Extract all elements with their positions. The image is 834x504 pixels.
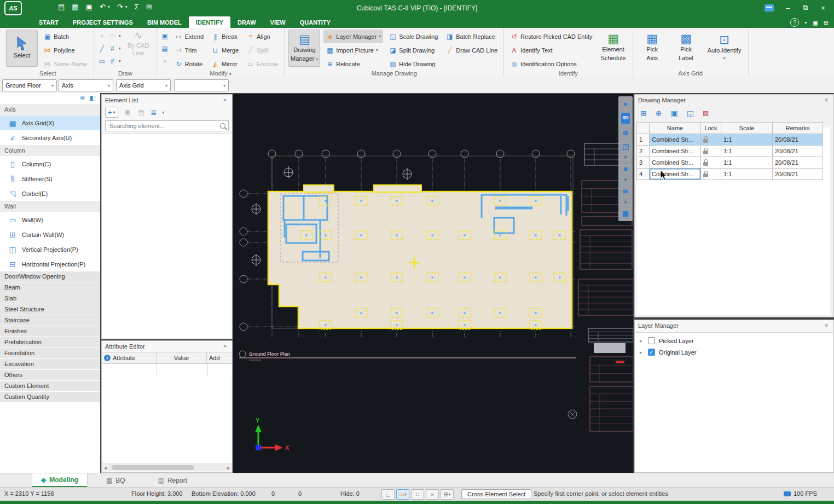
by-cad-line-button[interactable]: By CAD Line (124, 42, 153, 57)
sidebar-category-door-window-opening[interactable]: Door/Window Opening (0, 271, 100, 282)
sidebar-category-foundation[interactable]: Foundation (0, 348, 100, 359)
add-element-button[interactable]: +▾ (105, 107, 118, 118)
window-layout-icon[interactable]: ⊞ (824, 19, 829, 26)
list-view-icon[interactable]: ≣ (80, 94, 85, 104)
identify-text-button[interactable]: AIdentify Text (508, 43, 594, 57)
edit-drawing-icon[interactable]: ◱ (687, 109, 694, 118)
hide-drawing-button[interactable]: ▥Hide Drawing (386, 57, 440, 71)
break-button[interactable]: ∥Break (209, 30, 241, 43)
sidebar-category-slab[interactable]: Slab (0, 293, 100, 304)
original-layer-checkbox[interactable]: ✓ (648, 349, 655, 356)
redo-caret-icon[interactable]: ▾ (125, 4, 128, 9)
scale-column-header[interactable]: Scale (721, 123, 773, 134)
drawing-row-3[interactable]: 3Combined Str...1:120/08/21 (637, 157, 823, 169)
lock-column-header[interactable]: Lock (701, 123, 721, 134)
tab-bq[interactable]: ▦BQ (97, 473, 134, 488)
lock-icon[interactable] (703, 173, 708, 177)
cad-canvas[interactable]: Ground Floor Plan Y X (233, 94, 633, 473)
element-type-select[interactable]: Axis Grid▾ (116, 79, 171, 91)
help-icon[interactable]: ? (790, 18, 799, 27)
sidebar-category-beam[interactable]: Beam (0, 282, 100, 293)
minimize-button[interactable]: – (780, 2, 796, 13)
sidebar-category-excavation[interactable]: Excavation (0, 359, 100, 370)
draw-point-icon[interactable]: + (98, 33, 106, 39)
sidebar-item-wall-w-[interactable]: ▭Wall(W) (0, 212, 100, 227)
polyline-select-button[interactable]: ⋈Polyline (41, 43, 90, 57)
rect-select-icon[interactable]: ▭▾ (396, 489, 409, 500)
ucs-toggle-icon[interactable]: ∟ (381, 489, 395, 500)
expander-icon[interactable]: ▸ (640, 338, 644, 344)
add-drawing-icon[interactable]: ⊞ (640, 109, 647, 118)
undo-icon[interactable]: ↶ (100, 3, 106, 11)
element-list-close-icon[interactable]: × (221, 96, 229, 104)
search-icon[interactable] (220, 123, 225, 129)
import-picture-button[interactable]: ▦Import Picture▾ (323, 43, 383, 57)
tab-identify[interactable]: IDENTIFY (189, 16, 230, 28)
extend-button[interactable]: ↦Extend (172, 30, 206, 43)
move-icon[interactable]: + (161, 58, 169, 65)
picked-layer-checkbox[interactable] (648, 337, 655, 344)
delete-drawing-icon[interactable]: ⊠ (703, 109, 709, 118)
layers-view-icon[interactable]: ≋ (623, 187, 629, 196)
draw-arc-caret-icon[interactable]: ▾ (119, 33, 121, 38)
delete-icon[interactable]: ▣ (161, 33, 169, 39)
open-file-icon[interactable]: ▦ (72, 3, 78, 11)
skin-icon[interactable]: ▣ (812, 19, 818, 26)
draw-grid-caret-icon[interactable]: ▾ (119, 46, 121, 51)
shaded-view-icon[interactable]: ● (623, 99, 628, 108)
sidebar-item-horizontal-projection-p-[interactable]: ⊟Horizontal Projection(P) (0, 257, 100, 271)
layer-row-picked[interactable]: ▸ Picked Layer (635, 335, 833, 346)
scroll-right-icon[interactable]: ▸ (225, 465, 232, 471)
tab-project-settings[interactable]: PROJECT SETTINGS (66, 16, 140, 28)
sidebar-category-finishes[interactable]: Finishes (0, 326, 100, 337)
element-search-input[interactable] (108, 122, 218, 130)
scrollbar-thumb[interactable] (112, 465, 194, 470)
panel-view-icon[interactable]: ◧ (90, 94, 96, 104)
horizontal-scrollbar[interactable]: ◂ ▸ (102, 464, 232, 471)
element-list-body[interactable] (102, 133, 231, 338)
drawing-row-2[interactable]: 2Combined Str...1:120/08/21 (637, 146, 823, 157)
sidebar-item-axis-grid-x-[interactable]: ▦Axis Grid(X) (0, 115, 100, 130)
lock-icon[interactable] (703, 139, 708, 143)
wireframe-view-icon[interactable]: ◳ (622, 142, 629, 152)
pick-axis-button[interactable]: ▦ PickAxis (637, 30, 668, 66)
batch-window-icon[interactable]: ⊞ (146, 3, 152, 11)
save-icon[interactable]: ▣ (86, 3, 92, 11)
scroll-left-icon[interactable]: ◂ (102, 465, 109, 471)
drawing-manager-button[interactable]: ▤ Drawing Manager ▾ (288, 30, 320, 67)
sidebar-category-staircase[interactable]: Staircase (0, 315, 100, 326)
rotate-button[interactable]: ↻Rotate (172, 57, 206, 71)
sidebar-item-stiffener-s-[interactable]: §Stiffener(S) (0, 171, 100, 186)
enclose-button[interactable]: ▭Enclose (244, 57, 280, 71)
group-select-icon[interactable]: ∷ (411, 489, 424, 500)
element-layers-caret-icon[interactable]: ▾ (163, 110, 165, 115)
help-caret-icon[interactable]: ▾ (804, 20, 807, 25)
feedback-icon[interactable] (764, 4, 774, 11)
solid-view-icon[interactable]: ■ (623, 164, 628, 174)
snap-off-icon[interactable]: × (426, 489, 439, 500)
tab-report[interactable]: ▤Report (149, 473, 196, 488)
tab-bim-model[interactable]: BIM MODEL (140, 16, 189, 28)
sidebar-header-wall[interactable]: Wall (0, 201, 100, 212)
layers-caret-icon[interactable]: ▾ (624, 200, 627, 205)
tab-view[interactable]: VIEW (263, 16, 293, 28)
lock-icon[interactable] (703, 162, 708, 166)
sidebar-item-corbel-e-[interactable]: ◹Corbel(E) (0, 186, 100, 201)
table-view-icon[interactable]: ▦ (622, 209, 629, 219)
draw-arc-icon[interactable]: ◠ (108, 33, 117, 39)
lock-icon[interactable] (703, 150, 708, 154)
expander-icon[interactable]: ▸ (640, 350, 644, 355)
pick-label-button[interactable]: ▩ PickLabel (671, 30, 702, 66)
paste-icon[interactable]: ▤ (161, 45, 169, 52)
drawing-image-icon[interactable]: ▣ (670, 109, 677, 118)
align-button[interactable]: ≡Align (244, 30, 280, 43)
auto-identify-button[interactable]: ⊡ Auto-Identify ▾ (705, 30, 744, 66)
sidebar-category-custom-quantity[interactable]: Custom Quantity (0, 392, 100, 403)
sidebar-category-custom-element[interactable]: Custom Element (0, 381, 100, 392)
tab-draw[interactable]: DRAW (230, 16, 263, 28)
sidebar-category-others[interactable]: Others (0, 370, 100, 381)
split-button[interactable]: ╱Split (244, 43, 280, 57)
sidebar-category-prefabrication[interactable]: Prefabrication (0, 337, 100, 348)
sidebar-item-curtain-wall-w-[interactable]: ⊞Curtain Wall(W) (0, 227, 100, 242)
batch-replace-button[interactable]: ◨Batch Replace (443, 30, 500, 43)
